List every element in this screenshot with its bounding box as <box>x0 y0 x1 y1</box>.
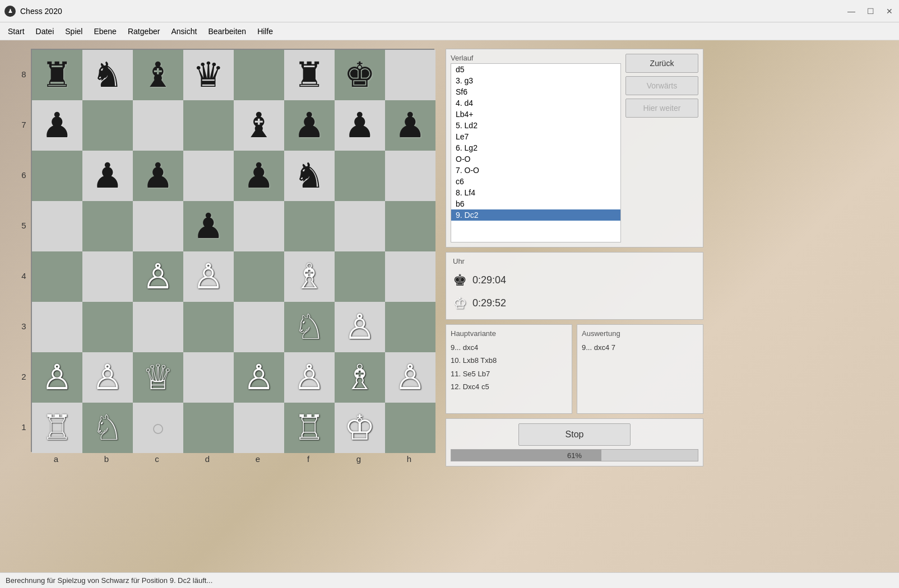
forward-button[interactable]: Vorwärts <box>625 76 698 95</box>
square-d8[interactable]: ♛ <box>183 50 234 100</box>
square-h3[interactable] <box>385 302 435 352</box>
verlauf-item-4[interactable]: Lb4+ <box>451 109 620 120</box>
square-h7[interactable]: ♟ <box>385 100 435 151</box>
square-g4[interactable] <box>335 251 385 302</box>
square-c6[interactable]: ♟ <box>133 151 183 201</box>
square-e8[interactable] <box>234 50 284 100</box>
verlauf-item-0[interactable]: d5 <box>451 64 620 75</box>
menu-ansicht[interactable]: Ansicht <box>165 25 202 38</box>
square-e7[interactable]: ♝ <box>234 100 284 151</box>
square-g8[interactable]: ♚ <box>335 50 385 100</box>
verlauf-item-3[interactable]: 4. d4 <box>451 97 620 109</box>
square-b8[interactable]: ♞ <box>82 50 133 100</box>
square-f7[interactable]: ♟ <box>284 100 335 151</box>
square-a2[interactable]: ♙ <box>32 352 82 403</box>
square-e1[interactable] <box>234 403 284 453</box>
verlauf-item-12[interactable]: b6 <box>451 198 620 209</box>
square-h6[interactable] <box>385 151 435 201</box>
hauptvariante-content: 9... dxc410. Lxb8 Txb811. Se5 Lb712. Dxc… <box>451 341 567 394</box>
square-c4[interactable]: ♙ <box>133 251 183 302</box>
square-b6[interactable]: ♟ <box>82 151 133 201</box>
square-h2[interactable]: ♙ <box>385 352 435 403</box>
square-c8[interactable]: ♝ <box>133 50 183 100</box>
square-e6[interactable]: ♟ <box>234 151 284 201</box>
square-e3[interactable] <box>234 302 284 352</box>
square-d6[interactable] <box>183 151 234 201</box>
close-button[interactable]: ✕ <box>884 6 895 16</box>
white-rook-f1: ♖ <box>294 410 325 445</box>
square-g2[interactable]: ♗ <box>335 352 385 403</box>
square-b4[interactable] <box>82 251 133 302</box>
square-e4[interactable] <box>234 251 284 302</box>
square-h8[interactable] <box>385 50 435 100</box>
back-button[interactable]: Zurück <box>625 54 698 73</box>
square-h5[interactable] <box>385 201 435 251</box>
square-f3[interactable]: ♘ <box>284 302 335 352</box>
verlauf-item-1[interactable]: 3. g3 <box>451 75 620 86</box>
square-d3[interactable] <box>183 302 234 352</box>
menu-ebene[interactable]: Ebene <box>88 25 122 38</box>
black-pawn-h7: ♟ <box>395 108 426 143</box>
square-c3[interactable] <box>133 302 183 352</box>
hauptvariante-section: Hauptvariante 9... dxc410. Lxb8 Txb811. … <box>446 324 572 414</box>
square-a6[interactable] <box>32 151 82 201</box>
stop-button[interactable]: Stop <box>518 423 631 446</box>
verlauf-item-5[interactable]: 5. Ld2 <box>451 120 620 131</box>
menu-hilfe[interactable]: Hilfe <box>252 25 279 38</box>
square-a3[interactable] <box>32 302 82 352</box>
square-g3[interactable]: ♙ <box>335 302 385 352</box>
square-f4[interactable]: ♗ <box>284 251 335 302</box>
minimize-button[interactable]: — <box>846 6 856 16</box>
square-a8[interactable]: ♜ <box>32 50 82 100</box>
square-b5[interactable] <box>82 201 133 251</box>
verlauf-item-11[interactable]: 8. Lf4 <box>451 187 620 198</box>
square-g7[interactable]: ♟ <box>335 100 385 151</box>
menu-bearbeiten[interactable]: Bearbeiten <box>202 25 252 38</box>
square-a7[interactable]: ♟ <box>32 100 82 151</box>
square-f6[interactable]: ♞ <box>284 151 335 201</box>
verlauf-item-8[interactable]: O-O <box>451 153 620 165</box>
square-g1[interactable]: ♔ <box>335 403 385 453</box>
square-a5[interactable] <box>32 201 82 251</box>
square-b7[interactable] <box>82 100 133 151</box>
verlauf-item-9[interactable]: 7. O-O <box>451 165 620 176</box>
square-f1[interactable]: ♖ <box>284 403 335 453</box>
square-f8[interactable]: ♜ <box>284 50 335 100</box>
square-f5[interactable] <box>284 201 335 251</box>
square-d1[interactable] <box>183 403 234 453</box>
square-a1[interactable]: ♖ <box>32 403 82 453</box>
square-g5[interactable] <box>335 201 385 251</box>
square-e2[interactable]: ♙ <box>234 352 284 403</box>
square-h4[interactable] <box>385 251 435 302</box>
square-h1[interactable] <box>385 403 435 453</box>
square-d5[interactable]: ♟ <box>183 201 234 251</box>
rank-1: 1 <box>17 402 31 452</box>
square-a4[interactable] <box>32 251 82 302</box>
square-d2[interactable] <box>183 352 234 403</box>
continue-here-button[interactable]: Hier weiter <box>625 99 698 118</box>
menu-spiel[interactable]: Spiel <box>59 25 88 38</box>
verlauf-item-13[interactable]: 9. Dc2 <box>451 209 620 221</box>
chess-board[interactable]: ♜ ♞ ♝ ♛ ♜ ♚ ♟ <box>31 49 434 452</box>
square-d4[interactable]: ♙ <box>183 251 234 302</box>
square-f2[interactable]: ♙ <box>284 352 335 403</box>
square-c7[interactable] <box>133 100 183 151</box>
verlauf-item-10[interactable]: c6 <box>451 176 620 187</box>
square-b1[interactable]: ♘ <box>82 403 133 453</box>
square-c5[interactable] <box>133 201 183 251</box>
verlauf-item-2[interactable]: Sf6 <box>451 86 620 97</box>
square-b2[interactable]: ♙ <box>82 352 133 403</box>
maximize-button[interactable]: ☐ <box>865 6 875 16</box>
square-e5[interactable] <box>234 201 284 251</box>
verlauf-list[interactable]: d53. g3Sf64. d4Lb4+5. Ld2Le76. Lg2O-O7. … <box>451 63 621 242</box>
square-g6[interactable] <box>335 151 385 201</box>
square-c1[interactable]: ○ <box>133 403 183 453</box>
menu-start[interactable]: Start <box>2 25 30 38</box>
square-c2[interactable]: ♕ <box>133 352 183 403</box>
menu-datei[interactable]: Datei <box>30 25 60 38</box>
menu-ratgeber[interactable]: Ratgeber <box>122 25 166 38</box>
square-b3[interactable] <box>82 302 133 352</box>
square-d7[interactable] <box>183 100 234 151</box>
verlauf-item-6[interactable]: Le7 <box>451 131 620 142</box>
verlauf-item-7[interactable]: 6. Lg2 <box>451 142 620 153</box>
